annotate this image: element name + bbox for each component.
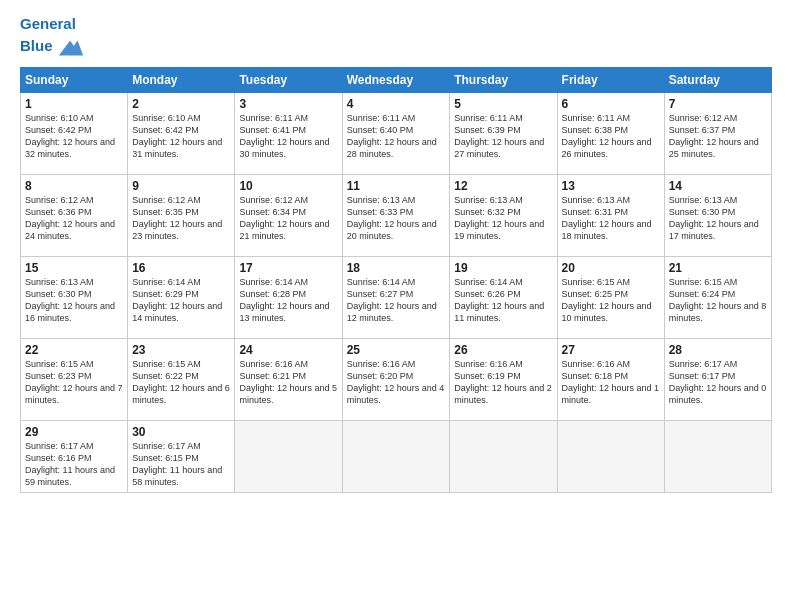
day-info: Sunrise: 6:12 AMSunset: 6:35 PMDaylight:… (132, 194, 230, 243)
day-info: Sunrise: 6:15 AMSunset: 6:23 PMDaylight:… (25, 358, 123, 407)
day-number: 30 (132, 425, 230, 439)
day-number: 18 (347, 261, 446, 275)
day-number: 10 (239, 179, 337, 193)
calendar-cell: 29Sunrise: 6:17 AMSunset: 6:16 PMDayligh… (21, 420, 128, 492)
day-info: Sunrise: 6:14 AMSunset: 6:28 PMDaylight:… (239, 276, 337, 325)
weekday-header-tuesday: Tuesday (235, 67, 342, 92)
day-info: Sunrise: 6:17 AMSunset: 6:15 PMDaylight:… (132, 440, 230, 489)
day-number: 11 (347, 179, 446, 193)
day-number: 12 (454, 179, 552, 193)
calendar-cell: 16Sunrise: 6:14 AMSunset: 6:29 PMDayligh… (128, 256, 235, 338)
calendar-cell: 7Sunrise: 6:12 AMSunset: 6:37 PMDaylight… (664, 92, 771, 174)
day-info: Sunrise: 6:11 AMSunset: 6:40 PMDaylight:… (347, 112, 446, 161)
day-number: 13 (562, 179, 660, 193)
day-number: 7 (669, 97, 767, 111)
day-number: 25 (347, 343, 446, 357)
calendar-cell (664, 420, 771, 492)
day-number: 9 (132, 179, 230, 193)
day-number: 2 (132, 97, 230, 111)
weekday-header-saturday: Saturday (664, 67, 771, 92)
day-number: 1 (25, 97, 123, 111)
calendar-cell: 15Sunrise: 6:13 AMSunset: 6:30 PMDayligh… (21, 256, 128, 338)
day-number: 26 (454, 343, 552, 357)
day-info: Sunrise: 6:16 AMSunset: 6:21 PMDaylight:… (239, 358, 337, 407)
day-info: Sunrise: 6:15 AMSunset: 6:25 PMDaylight:… (562, 276, 660, 325)
day-info: Sunrise: 6:11 AMSunset: 6:38 PMDaylight:… (562, 112, 660, 161)
header: General Blue (20, 16, 772, 61)
calendar-cell: 9Sunrise: 6:12 AMSunset: 6:35 PMDaylight… (128, 174, 235, 256)
weekday-header-thursday: Thursday (450, 67, 557, 92)
day-number: 29 (25, 425, 123, 439)
day-info: Sunrise: 6:15 AMSunset: 6:24 PMDaylight:… (669, 276, 767, 325)
logo-general: General (20, 15, 76, 32)
calendar-cell (450, 420, 557, 492)
calendar-cell: 26Sunrise: 6:16 AMSunset: 6:19 PMDayligh… (450, 338, 557, 420)
day-number: 20 (562, 261, 660, 275)
logo-text: General (20, 16, 85, 33)
day-number: 28 (669, 343, 767, 357)
day-info: Sunrise: 6:10 AMSunset: 6:42 PMDaylight:… (25, 112, 123, 161)
day-number: 22 (25, 343, 123, 357)
day-info: Sunrise: 6:13 AMSunset: 6:30 PMDaylight:… (25, 276, 123, 325)
calendar-cell: 24Sunrise: 6:16 AMSunset: 6:21 PMDayligh… (235, 338, 342, 420)
calendar-week-3: 15Sunrise: 6:13 AMSunset: 6:30 PMDayligh… (21, 256, 772, 338)
weekday-header-monday: Monday (128, 67, 235, 92)
day-info: Sunrise: 6:15 AMSunset: 6:22 PMDaylight:… (132, 358, 230, 407)
weekday-header-row: SundayMondayTuesdayWednesdayThursdayFrid… (21, 67, 772, 92)
calendar-cell: 5Sunrise: 6:11 AMSunset: 6:39 PMDaylight… (450, 92, 557, 174)
day-number: 24 (239, 343, 337, 357)
calendar-cell: 8Sunrise: 6:12 AMSunset: 6:36 PMDaylight… (21, 174, 128, 256)
calendar-cell: 13Sunrise: 6:13 AMSunset: 6:31 PMDayligh… (557, 174, 664, 256)
day-info: Sunrise: 6:11 AMSunset: 6:41 PMDaylight:… (239, 112, 337, 161)
calendar-week-5: 29Sunrise: 6:17 AMSunset: 6:16 PMDayligh… (21, 420, 772, 492)
day-info: Sunrise: 6:16 AMSunset: 6:19 PMDaylight:… (454, 358, 552, 407)
calendar-table: SundayMondayTuesdayWednesdayThursdayFrid… (20, 67, 772, 493)
calendar-cell: 17Sunrise: 6:14 AMSunset: 6:28 PMDayligh… (235, 256, 342, 338)
calendar-cell (342, 420, 450, 492)
logo-icon (57, 33, 85, 61)
calendar-cell: 3Sunrise: 6:11 AMSunset: 6:41 PMDaylight… (235, 92, 342, 174)
calendar-cell (557, 420, 664, 492)
logo-blue: Blue (20, 38, 53, 55)
day-info: Sunrise: 6:12 AMSunset: 6:34 PMDaylight:… (239, 194, 337, 243)
day-number: 23 (132, 343, 230, 357)
calendar-cell: 6Sunrise: 6:11 AMSunset: 6:38 PMDaylight… (557, 92, 664, 174)
day-number: 3 (239, 97, 337, 111)
calendar-cell: 18Sunrise: 6:14 AMSunset: 6:27 PMDayligh… (342, 256, 450, 338)
day-info: Sunrise: 6:13 AMSunset: 6:30 PMDaylight:… (669, 194, 767, 243)
day-info: Sunrise: 6:16 AMSunset: 6:18 PMDaylight:… (562, 358, 660, 407)
day-info: Sunrise: 6:17 AMSunset: 6:16 PMDaylight:… (25, 440, 123, 489)
calendar-cell: 25Sunrise: 6:16 AMSunset: 6:20 PMDayligh… (342, 338, 450, 420)
day-info: Sunrise: 6:14 AMSunset: 6:26 PMDaylight:… (454, 276, 552, 325)
svg-marker-0 (58, 40, 82, 55)
calendar-cell: 21Sunrise: 6:15 AMSunset: 6:24 PMDayligh… (664, 256, 771, 338)
day-number: 5 (454, 97, 552, 111)
calendar-cell: 27Sunrise: 6:16 AMSunset: 6:18 PMDayligh… (557, 338, 664, 420)
calendar-cell: 22Sunrise: 6:15 AMSunset: 6:23 PMDayligh… (21, 338, 128, 420)
day-number: 14 (669, 179, 767, 193)
calendar-week-4: 22Sunrise: 6:15 AMSunset: 6:23 PMDayligh… (21, 338, 772, 420)
day-info: Sunrise: 6:13 AMSunset: 6:33 PMDaylight:… (347, 194, 446, 243)
weekday-header-sunday: Sunday (21, 67, 128, 92)
calendar-cell: 28Sunrise: 6:17 AMSunset: 6:17 PMDayligh… (664, 338, 771, 420)
calendar-cell (235, 420, 342, 492)
calendar-cell: 20Sunrise: 6:15 AMSunset: 6:25 PMDayligh… (557, 256, 664, 338)
day-number: 4 (347, 97, 446, 111)
weekday-header-friday: Friday (557, 67, 664, 92)
calendar-cell: 11Sunrise: 6:13 AMSunset: 6:33 PMDayligh… (342, 174, 450, 256)
calendar-cell: 19Sunrise: 6:14 AMSunset: 6:26 PMDayligh… (450, 256, 557, 338)
calendar-cell: 4Sunrise: 6:11 AMSunset: 6:40 PMDaylight… (342, 92, 450, 174)
day-number: 6 (562, 97, 660, 111)
day-number: 16 (132, 261, 230, 275)
calendar-cell: 12Sunrise: 6:13 AMSunset: 6:32 PMDayligh… (450, 174, 557, 256)
day-info: Sunrise: 6:14 AMSunset: 6:27 PMDaylight:… (347, 276, 446, 325)
day-info: Sunrise: 6:12 AMSunset: 6:36 PMDaylight:… (25, 194, 123, 243)
day-number: 27 (562, 343, 660, 357)
day-number: 8 (25, 179, 123, 193)
calendar-week-1: 1Sunrise: 6:10 AMSunset: 6:42 PMDaylight… (21, 92, 772, 174)
calendar-week-2: 8Sunrise: 6:12 AMSunset: 6:36 PMDaylight… (21, 174, 772, 256)
day-number: 21 (669, 261, 767, 275)
day-info: Sunrise: 6:12 AMSunset: 6:37 PMDaylight:… (669, 112, 767, 161)
calendar-cell: 14Sunrise: 6:13 AMSunset: 6:30 PMDayligh… (664, 174, 771, 256)
day-info: Sunrise: 6:13 AMSunset: 6:31 PMDaylight:… (562, 194, 660, 243)
